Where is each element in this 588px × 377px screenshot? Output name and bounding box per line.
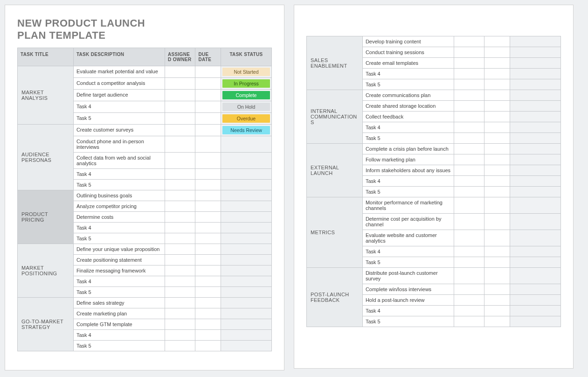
title-line-1: NEW PRODUCT LAUNCH <box>17 17 272 29</box>
assigned-owner <box>165 244 195 254</box>
task-description: Task 4 <box>362 246 454 257</box>
header-task-title: TASK TITLE <box>18 48 74 66</box>
due-date <box>195 77 221 89</box>
task-description: Complete win/loss interviews <box>362 284 454 295</box>
assigned-owner <box>454 69 484 79</box>
assigned-owner <box>454 101 484 112</box>
assigned-owner <box>165 66 195 77</box>
due-date <box>195 66 221 77</box>
due-date <box>484 79 510 90</box>
assigned-owner <box>165 308 195 319</box>
task-description: Task 4 <box>362 176 454 187</box>
assigned-owner <box>454 306 484 316</box>
due-date <box>195 179 221 190</box>
task-description: Task 5 <box>362 257 454 268</box>
task-description: Create email templates <box>362 58 454 69</box>
task-description: Conduct training sessions <box>362 47 454 58</box>
task-status <box>221 276 271 286</box>
task-description: Task 4 <box>73 276 165 286</box>
task-description: Distribute post-launch customer survey <box>362 268 454 284</box>
due-date <box>195 244 221 254</box>
task-status <box>221 201 271 211</box>
task-description: Task 5 <box>73 340 165 351</box>
assigned-owner <box>454 112 484 122</box>
task-status <box>221 340 271 351</box>
task-status <box>510 69 560 79</box>
assigned-owner <box>454 90 484 101</box>
assigned-owner <box>454 79 484 90</box>
task-description: Complete GTM template <box>73 319 165 329</box>
task-status <box>221 152 271 168</box>
task-status <box>510 295 560 306</box>
task-description: Conduct phone and in-person interviews <box>73 136 165 152</box>
due-date <box>484 144 510 154</box>
section-title: POST-LAUNCH FEEDBACK <box>307 268 363 327</box>
task-status <box>510 36 560 47</box>
task-status <box>221 286 271 297</box>
task-status: Overdue <box>221 112 271 124</box>
header-task-description: TASK DESCRIPTION <box>73 48 165 66</box>
task-status <box>221 308 271 319</box>
assigned-owner <box>165 190 195 201</box>
task-description: Create shared storage location <box>362 101 454 112</box>
task-description: Create marketing plan <box>73 308 165 319</box>
task-status <box>221 136 271 152</box>
task-status <box>510 246 560 257</box>
task-row: PRODUCT PRICINGOutlining business goals <box>18 190 272 201</box>
due-date <box>195 297 221 308</box>
due-date <box>195 168 221 179</box>
task-description: Inform stakeholders about any issues <box>362 165 454 176</box>
task-status <box>510 257 560 268</box>
due-date <box>195 329 221 340</box>
due-date <box>484 133 510 144</box>
task-description: Task 4 <box>73 168 165 179</box>
task-status <box>221 254 271 265</box>
section-title: SALES ENABLEMENT <box>307 36 363 90</box>
due-date <box>484 101 510 112</box>
status-pill: Overdue <box>222 114 270 123</box>
assigned-owner <box>454 257 484 268</box>
task-description: Evaluate market potential and value <box>73 66 165 77</box>
due-date <box>484 197 510 214</box>
task-description: Task 5 <box>73 112 165 124</box>
due-date <box>195 276 221 286</box>
assigned-owner <box>454 268 484 284</box>
due-date <box>195 265 221 276</box>
due-date <box>195 201 221 211</box>
task-description: Task 4 <box>362 306 454 316</box>
header-due-date: DUE DATE <box>195 48 221 66</box>
task-status <box>510 122 560 133</box>
due-date <box>484 154 510 165</box>
due-date <box>195 340 221 351</box>
assigned-owner <box>454 58 484 69</box>
task-description: Create positioning statement <box>73 254 165 265</box>
task-row: AUDIENCE PERSONASCreate customer surveys… <box>18 124 272 136</box>
assigned-owner <box>165 89 195 101</box>
task-description: Task 5 <box>73 179 165 190</box>
assigned-owner <box>454 316 484 327</box>
task-description: Task 4 <box>73 222 165 233</box>
due-date <box>195 233 221 244</box>
assigned-owner <box>454 246 484 257</box>
due-date <box>484 58 510 69</box>
assigned-owner <box>454 284 484 295</box>
task-status <box>510 47 560 58</box>
assigned-owner <box>454 165 484 176</box>
task-status <box>221 190 271 201</box>
section-title: AUDIENCE PERSONAS <box>18 124 74 190</box>
due-date <box>195 112 221 124</box>
task-status <box>510 187 560 197</box>
section-title: METRICS <box>307 197 363 268</box>
header-task-status: TASK STATUS <box>221 48 271 66</box>
task-description: Determine costs <box>73 211 165 222</box>
assigned-owner <box>165 101 195 112</box>
due-date <box>195 222 221 233</box>
task-description: Collect data from web and social analyti… <box>73 152 165 168</box>
assigned-owner <box>165 152 195 168</box>
due-date <box>195 152 221 168</box>
assigned-owner <box>165 168 195 179</box>
due-date <box>484 69 510 79</box>
due-date <box>484 257 510 268</box>
task-status <box>221 244 271 254</box>
assigned-owner <box>454 36 484 47</box>
